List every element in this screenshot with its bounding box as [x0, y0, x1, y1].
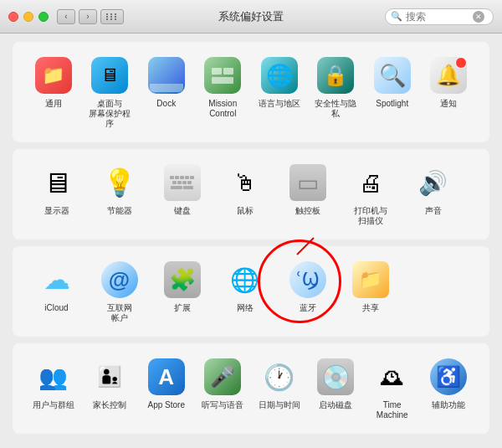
sharing-icon-box — [351, 260, 391, 300]
search-box[interactable]: 🔍 ✕ — [385, 8, 494, 25]
dictation-icon-box — [202, 357, 243, 397]
sidebar-item-sound[interactable]: 声音 — [402, 157, 464, 221]
row-3: iCloud @ 互联网帐户 🧩 扩展 — [25, 255, 477, 328]
sidebar-item-timemachine[interactable]: Time Machine — [364, 352, 421, 425]
trackpad-label: 触控板 — [295, 206, 320, 216]
dictation-icon — [204, 358, 241, 395]
sidebar-item-extensions[interactable]: 🧩 扩展 — [151, 255, 213, 318]
svg-line-0 — [297, 238, 314, 255]
energy-icon-box — [100, 162, 140, 203]
dock-label: Dock — [156, 99, 176, 109]
startup-icon — [317, 358, 354, 395]
general-icon-box — [33, 55, 74, 95]
startup-label: 启动磁盘 — [319, 400, 352, 410]
mouse-icon — [227, 164, 264, 201]
icloud-icon — [38, 261, 75, 298]
sidebar-item-display[interactable]: 显示器 — [25, 157, 88, 221]
display-icon — [38, 164, 75, 201]
sidebar-item-sharing[interactable]: 共享 — [339, 255, 402, 318]
row-4: 用户与群组 家长控制 App Store 听写与语音 — [25, 352, 477, 425]
sharing-icon — [352, 261, 389, 298]
language-icon — [261, 57, 298, 94]
desktop-label: 桌面与屏幕保护程序 — [85, 99, 136, 129]
sidebar-item-parental[interactable]: 家长控制 — [82, 352, 139, 415]
sidebar-item-spotlight[interactable]: Spotlight — [364, 50, 421, 114]
sidebar-item-datetime[interactable]: 日期与时间 — [251, 352, 308, 415]
sidebar-item-users[interactable]: 用户与群组 — [25, 352, 82, 415]
security-label: 安全性与隐私 — [311, 99, 361, 119]
sidebar-item-printer[interactable]: 打印机与扫描仪 — [339, 157, 402, 231]
search-clear-button[interactable]: ✕ — [473, 11, 484, 23]
sidebar-item-security[interactable]: 安全性与隐私 — [308, 50, 365, 124]
sidebar-item-appstore[interactable]: App Store — [138, 352, 195, 415]
appstore-icon-box — [146, 357, 187, 397]
keyboard-label: 键盘 — [174, 206, 191, 216]
keyboard-icon-box — [162, 162, 202, 203]
puzzle-icon: 🧩 — [169, 267, 196, 293]
sidebar-item-mission[interactable]: MissionControl — [195, 50, 252, 124]
timemachine-label: Time Machine — [367, 400, 417, 420]
section-2: 显示器 节能器 键盘 — [13, 149, 489, 239]
mouse-label: 鼠标 — [237, 206, 254, 216]
sidebar-item-notification[interactable]: 通知 — [421, 50, 478, 114]
dictation-label: 听写与语音 — [202, 400, 243, 410]
sidebar-item-desktop[interactable]: 桌面与屏幕保护程序 — [82, 50, 139, 134]
sidebar-item-dictation[interactable]: 听写与语音 — [195, 352, 252, 415]
bluetooth-icon-box: ʿϢ — [288, 260, 328, 300]
search-input[interactable] — [406, 11, 473, 23]
maximize-button[interactable] — [38, 12, 49, 22]
sidebar-item-accessibility[interactable]: 辅助功能 — [421, 352, 478, 415]
security-icon — [317, 57, 354, 94]
sidebar-item-network[interactable]: 网络 — [213, 255, 276, 318]
spotlight-label: Spotlight — [376, 99, 408, 109]
main-content: 通用 桌面与屏幕保护程序 Dock — [0, 33, 502, 448]
spotlight-icon — [374, 57, 411, 94]
network-icon — [227, 261, 264, 298]
sidebar-item-language[interactable]: 语言与地区 — [251, 50, 308, 114]
dock-icon-box — [146, 55, 187, 95]
sidebar-item-energy[interactable]: 节能器 — [88, 157, 151, 221]
titlebar: ‹ › 系统偏好设置 🔍 ✕ — [0, 0, 502, 33]
mouse-icon-box — [225, 162, 265, 203]
forward-button[interactable]: › — [79, 9, 97, 24]
display-label: 显示器 — [44, 206, 69, 216]
appstore-label: App Store — [148, 400, 185, 410]
sidebar-item-keyboard[interactable]: 键盘 — [151, 157, 213, 221]
bluetooth-label: 蓝牙 — [300, 303, 316, 313]
back-button[interactable]: ‹ — [57, 9, 75, 24]
parental-icon-box — [90, 357, 130, 397]
dock-icon — [148, 57, 185, 94]
general-label: 通用 — [45, 99, 62, 109]
keyboard-icon — [164, 164, 201, 201]
sidebar-item-startup[interactable]: 启动磁盘 — [308, 352, 365, 415]
close-button[interactable] — [8, 12, 18, 22]
mission-label: MissionControl — [208, 99, 237, 119]
sidebar-item-internet[interactable]: @ 互联网帐户 — [88, 255, 151, 328]
security-icon-box — [315, 55, 356, 95]
sidebar-item-dock[interactable]: Dock — [138, 50, 195, 114]
datetime-icon — [261, 358, 298, 395]
section-3: iCloud @ 互联网帐户 🧩 扩展 — [13, 246, 489, 337]
section-1: 通用 桌面与屏幕保护程序 Dock — [13, 42, 489, 142]
desktop-icon — [91, 57, 128, 94]
sidebar-item-mouse[interactable]: 鼠标 — [213, 157, 276, 221]
grid-button[interactable] — [100, 9, 124, 24]
network-label: 网络 — [237, 303, 254, 313]
sharing-label: 共享 — [362, 303, 379, 313]
energy-label: 节能器 — [107, 206, 132, 216]
language-label: 语言与地区 — [259, 99, 300, 109]
sidebar-item-general[interactable]: 通用 — [25, 50, 82, 114]
sidebar-item-trackpad[interactable]: 触控板 — [276, 157, 339, 221]
extensions-label: 扩展 — [174, 303, 191, 313]
sidebar-item-bluetooth[interactable]: ʿϢ 蓝牙 — [276, 255, 339, 318]
accessibility-label: 辅助功能 — [432, 400, 465, 410]
internet-icon-box: @ — [100, 260, 140, 300]
extensions-icon: 🧩 — [164, 261, 201, 298]
energy-icon — [101, 164, 138, 201]
timemachine-icon-box — [372, 357, 412, 397]
sidebar-item-icloud[interactable]: iCloud — [25, 255, 88, 318]
spotlight-icon-box — [372, 55, 412, 95]
minimize-button[interactable] — [23, 12, 33, 22]
extensions-icon-box: 🧩 — [162, 260, 202, 300]
desktop-icon-box — [90, 55, 130, 95]
